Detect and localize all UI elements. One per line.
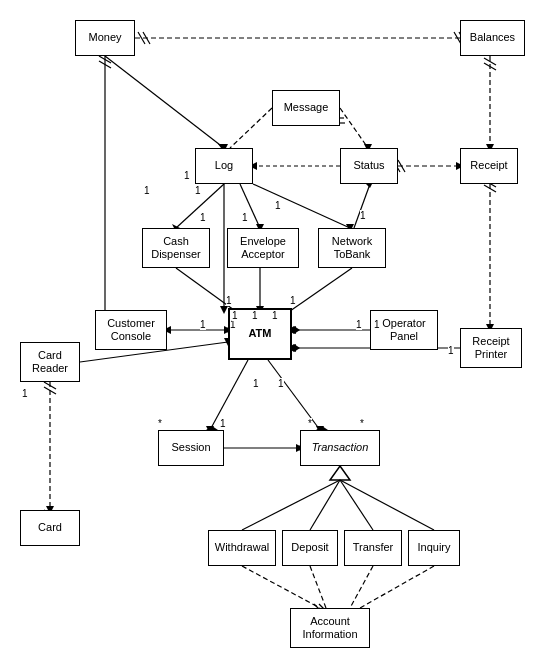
svg-line-26 (253, 184, 350, 228)
svg-line-35 (398, 160, 405, 172)
label-star-trans: * (360, 418, 364, 429)
label-1-atm-cr: 1 (22, 388, 28, 399)
transaction-box: Transaction (300, 430, 380, 466)
svg-line-2 (138, 32, 145, 44)
cash-dispenser-box: CashDispenser (142, 228, 210, 268)
label-1-log2: 1 (184, 170, 190, 181)
svg-line-10 (230, 108, 272, 148)
svg-line-6 (340, 108, 368, 148)
svg-line-71 (268, 360, 320, 430)
receipt-printer-box: ReceiptPrinter (460, 328, 522, 368)
label-1-cash-atm: 1 (232, 310, 238, 321)
transfer-box: Transfer (344, 530, 402, 566)
label-1-session: 1 (253, 378, 259, 389)
svg-line-85 (360, 566, 434, 608)
label-1-log-env: 1 (242, 212, 248, 223)
svg-line-83 (310, 566, 326, 608)
inquiry-box: Inquiry (408, 530, 460, 566)
status-box: Status (340, 148, 398, 184)
svg-line-54 (44, 382, 56, 389)
label-1-atm-cc: 1 (200, 319, 206, 330)
card-box: Card (20, 510, 80, 546)
svg-line-14 (484, 58, 496, 65)
svg-line-82 (242, 566, 320, 608)
withdrawal-box: Withdrawal (208, 530, 276, 566)
label-1-log-cash: 1 (200, 212, 206, 223)
receipt-box: Receipt (460, 148, 518, 184)
label-1-env-atm: 1 (252, 310, 258, 321)
log-box: Log (195, 148, 253, 184)
svg-line-55 (44, 387, 56, 394)
svg-line-20 (99, 61, 111, 68)
customer-console-box: CustomerConsole (95, 310, 167, 350)
label-1-atm-rp: 1 (448, 345, 454, 356)
label-star-session: * (158, 418, 162, 429)
label-star-trans2: * (308, 418, 312, 429)
label-1-atm-op2: 1 (374, 319, 380, 330)
svg-line-19 (99, 56, 111, 63)
label-1-net-atm2: 1 (272, 310, 278, 321)
svg-line-28 (354, 184, 370, 228)
label-1-log3: 1 (195, 185, 201, 196)
label-1-log-net: 1 (275, 200, 281, 211)
label-1-net-status: 1 (360, 210, 366, 221)
label-1-log-atm: 1 (226, 295, 232, 306)
svg-line-79 (310, 480, 340, 530)
svg-line-16 (105, 56, 224, 148)
envelope-acceptor-box: EnvelopeAcceptor (227, 228, 299, 268)
money-box: Money (75, 20, 135, 56)
session-box: Session (158, 430, 224, 466)
svg-line-67 (484, 185, 496, 192)
svg-marker-77 (330, 466, 350, 480)
label-1-trans: 1 (278, 378, 284, 389)
label-1-atm-op: 1 (356, 319, 362, 330)
message-box: Message (272, 90, 340, 126)
svg-line-3 (143, 32, 150, 44)
label-1-session2: 1 (220, 418, 226, 429)
svg-line-68 (210, 360, 248, 430)
svg-line-15 (484, 63, 496, 70)
svg-line-81 (340, 480, 434, 530)
operator-panel-box: OperatorPanel (370, 310, 438, 350)
uml-diagram: Money Balances Message Status Receipt Lo… (0, 0, 539, 658)
svg-line-78 (242, 480, 340, 530)
label-1-money-log: 1 (144, 185, 150, 196)
card-reader-box: CardReader (20, 342, 80, 382)
svg-marker-89 (220, 306, 228, 314)
svg-line-84 (350, 566, 373, 608)
network-to-bank-box: NetworkToBank (318, 228, 386, 268)
label-1-net-atm: 1 (290, 295, 296, 306)
balances-box: Balances (460, 20, 525, 56)
deposit-box: Deposit (282, 530, 338, 566)
svg-line-80 (340, 480, 373, 530)
account-info-box: AccountInformation (290, 608, 370, 648)
